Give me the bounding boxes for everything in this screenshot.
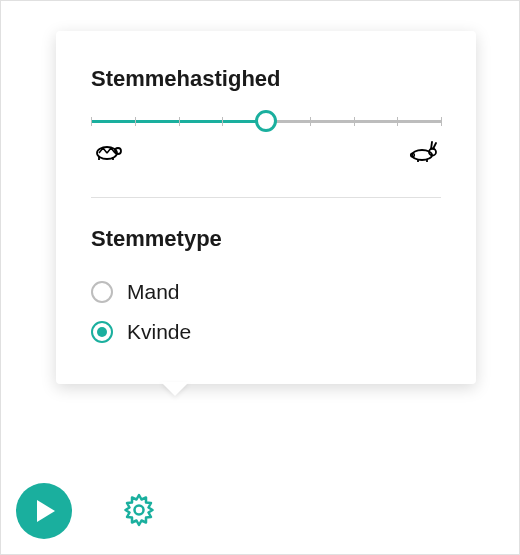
slider-tick — [441, 117, 442, 126]
voice-type-radio-group: Mand Kvinde — [91, 280, 441, 344]
slider-tick — [179, 117, 180, 126]
voice-type-section-title: Stemmetype — [91, 226, 441, 252]
gear-icon — [121, 516, 157, 531]
section-divider — [91, 197, 441, 198]
slider-tick — [135, 117, 136, 126]
radio-indicator — [91, 321, 113, 343]
slider-tick — [354, 117, 355, 126]
popover-arrow — [161, 382, 189, 396]
settings-button[interactable] — [117, 488, 161, 535]
svg-point-9 — [135, 505, 144, 514]
rabbit-icon — [409, 141, 439, 167]
slider-track — [91, 120, 441, 123]
radio-dot — [97, 327, 107, 337]
slider-tick — [222, 117, 223, 126]
radio-indicator — [91, 281, 113, 303]
slider-tick — [397, 117, 398, 126]
radio-label: Kvinde — [127, 320, 191, 344]
play-icon — [37, 500, 55, 522]
speed-section-title: Stemmehastighed — [91, 66, 441, 92]
toolbar — [16, 483, 161, 539]
turtle-icon — [93, 141, 123, 167]
slider-tick — [91, 117, 92, 126]
speed-slider[interactable] — [91, 120, 441, 167]
slider-thumb[interactable] — [255, 110, 277, 132]
play-button[interactable] — [16, 483, 72, 539]
slider-tick — [310, 117, 311, 126]
voice-settings-popover: Stemmehastighed — [56, 31, 476, 384]
radio-label: Mand — [127, 280, 180, 304]
radio-option-male[interactable]: Mand — [91, 280, 441, 304]
radio-option-female[interactable]: Kvinde — [91, 320, 441, 344]
